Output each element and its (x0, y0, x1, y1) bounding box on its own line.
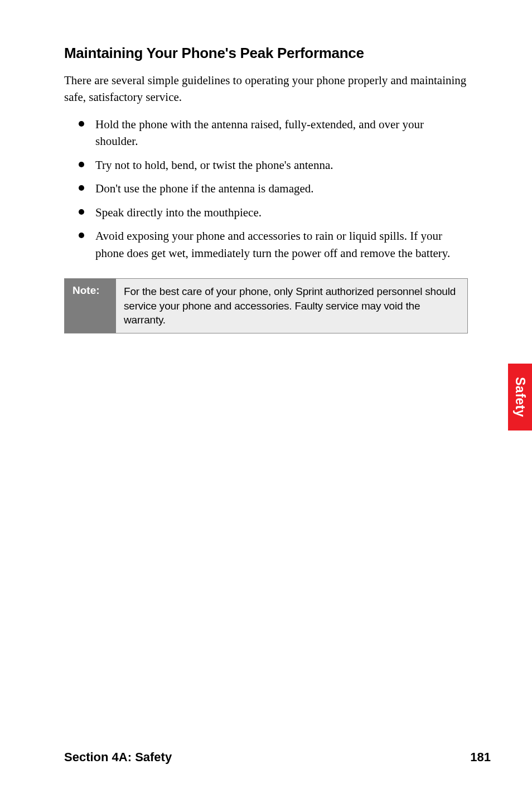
list-item: Try not to hold, bend, or twist the phon… (79, 157, 468, 173)
list-item: Speak directly into the mouthpiece. (79, 204, 468, 221)
section-heading: Maintaining Your Phone's Peak Performanc… (64, 45, 468, 62)
note-box: Note: For the best care of your phone, o… (64, 278, 468, 333)
note-text: For the best care of your phone, only Sp… (116, 279, 467, 333)
intro-paragraph: There are several simple guidelines to o… (64, 72, 468, 106)
footer-page-number: 181 (470, 750, 491, 765)
footer-section: Section 4A: Safety (64, 750, 172, 765)
list-item: Hold the phone with the antenna raised, … (79, 116, 468, 150)
page-content: Maintaining Your Phone's Peak Performanc… (0, 0, 532, 333)
list-item: Avoid exposing your phone and accessorie… (79, 228, 468, 262)
page-footer: Section 4A: Safety 181 (64, 750, 491, 765)
side-tab: Safety (508, 364, 532, 431)
bullet-list: Hold the phone with the antenna raised, … (64, 116, 468, 262)
list-item: Don't use the phone if the antenna is da… (79, 180, 468, 197)
note-label: Note: (65, 279, 116, 333)
